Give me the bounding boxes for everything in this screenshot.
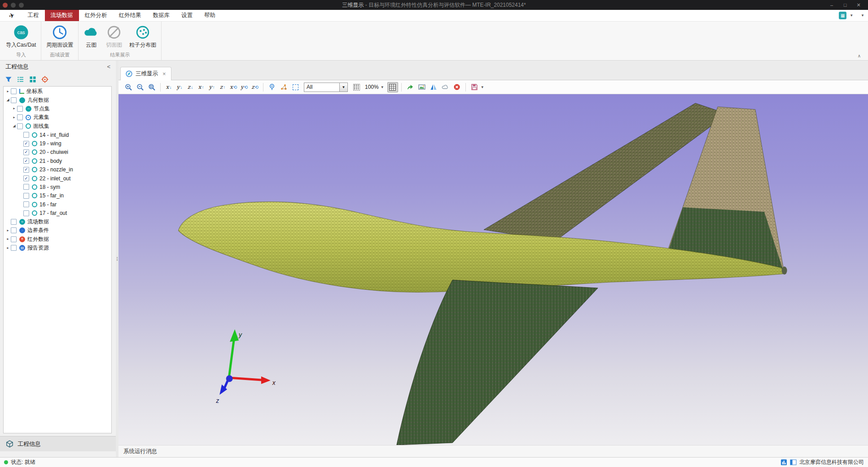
zoom-in-icon[interactable] [123,82,134,92]
menu-tab-4[interactable]: 数据库 [147,10,176,21]
tree-checkbox[interactable] [11,97,17,103]
tree-row-0[interactable]: ▸坐标系 [4,87,111,96]
tree-row-13[interactable]: 16 - far [4,200,111,209]
halftone-pattern-icon[interactable] [351,82,362,92]
zoom-fit-icon[interactable] [146,82,157,92]
ribbon-button-2-0[interactable]: 云图 [80,24,102,50]
save-dropdown-chevron-icon[interactable]: ▼ [481,85,484,89]
ribbon-button-1-0[interactable]: 周期面设置 [43,24,77,50]
tree-row-14[interactable]: 17 - far_out [4,209,111,217]
view-axis-x-6-icon[interactable]: x⟲ [228,82,238,92]
zoom-level-dropdown[interactable]: 100% ▼ [363,84,386,90]
tree-checkbox[interactable] [23,201,29,207]
tree-checkbox[interactable] [23,184,29,190]
tab-close-icon[interactable]: × [162,70,166,77]
tree-checkbox[interactable] [17,123,23,129]
tree-expand-icon[interactable]: ▸ [11,107,17,110]
view-axis-y-7-icon[interactable]: y⟲ [239,82,249,92]
view-axis-x-0-icon[interactable]: x↓ [164,82,174,92]
probe-pin-icon[interactable] [267,82,277,92]
project-info-tab[interactable]: 工程信息 [0,436,116,451]
chevron-down-icon[interactable]: ▼ [850,13,853,17]
appearance-icon[interactable]: ▦ [839,12,846,19]
tree-row-5[interactable]: 14 - int_fluid [4,131,111,139]
tree-checkbox[interactable] [11,219,17,225]
tree-expand-icon[interactable]: ◢ [11,124,17,128]
grid-view-icon[interactable] [29,76,36,83]
tree-checkbox[interactable] [11,227,17,233]
view-axis-y-1-icon[interactable]: y↓ [175,82,184,92]
tree-checkbox[interactable]: ✓ [23,175,29,181]
menu-tab-1[interactable]: 流场数据 [45,10,79,21]
ribbon-button-2-1[interactable]: 切面图 [102,24,126,50]
cancel-icon[interactable] [452,82,462,92]
tree-expand-icon[interactable]: ▸ [5,237,11,241]
status-chart-icon[interactable] [780,459,787,466]
menu-tab-6[interactable]: 帮助 [198,10,221,21]
tree-checkbox[interactable]: ✓ [23,158,29,164]
tree-expand-icon[interactable]: ▸ [5,246,11,250]
tree-row-4[interactable]: ◢面线集 [4,122,111,131]
menu-tab-3[interactable]: 红外结果 [113,10,147,21]
tree-checkbox[interactable] [17,106,23,112]
ribbon-button-2-2[interactable]: 粒子分布图 [126,24,160,50]
list-view-icon[interactable] [17,76,24,83]
maximize-icon[interactable]: □ [838,0,852,10]
locate-target-icon[interactable] [41,76,48,83]
mirror-icon[interactable] [428,82,439,92]
menu-tab-5[interactable]: 设置 [175,10,198,21]
box-select-icon[interactable] [290,82,301,92]
menu-tab-0[interactable]: 工程 [22,10,45,21]
ribbon-collapse-icon[interactable]: ∧ [858,53,861,58]
view-axis-z-8-icon[interactable]: z⟲ [250,82,260,92]
tree-row-6[interactable]: ✓19 - wing [4,139,111,148]
save-icon[interactable] [469,82,480,92]
tree-row-8[interactable]: ✓21 - body [4,157,111,165]
tree-checkbox[interactable] [23,132,29,138]
view-axis-z-5-icon[interactable]: z↑ [218,82,228,92]
tree-row-12[interactable]: 15 - far_in [4,192,111,200]
molecule-icon[interactable] [278,82,289,92]
combo-dropdown-icon[interactable]: ▼ [340,83,348,92]
minimize-icon[interactable]: – [825,0,838,10]
tree-checkbox[interactable] [23,210,29,216]
display-filter-combo[interactable]: All ▼ [304,83,348,92]
panel-collapse-icon[interactable]: < [107,63,110,70]
tree-expand-icon[interactable]: ▸ [5,229,11,232]
menu-tab-2[interactable]: 红外分析 [79,10,113,21]
tree-checkbox[interactable] [23,193,29,199]
status-panel-toggle-icon[interactable] [790,459,797,466]
tree-row-15[interactable]: ≈流场数据 [4,218,111,226]
tree-checkbox[interactable] [17,114,23,120]
tree-row-3[interactable]: ▸•元素集 [4,113,111,122]
tree-row-16[interactable]: ▸∙边界条件 [4,226,111,235]
tab-3d-display[interactable]: 三维显示 × [120,67,171,80]
filter-icon[interactable] [5,76,12,83]
tree-expand-icon[interactable]: ▸ [11,116,17,119]
display-filter-value[interactable]: All [304,83,340,92]
viewport-3d[interactable]: x y z [118,94,868,445]
tree-checkbox[interactable] [11,245,17,251]
ribbon-options-chevron-icon[interactable]: ▼ [861,13,864,17]
close-icon[interactable]: ✕ [852,0,865,10]
tree-row-11[interactable]: 18 - sym [4,183,111,191]
tree-expand-icon[interactable]: ▸ [5,90,11,93]
snapshot-image-icon[interactable] [416,82,427,92]
tree-expand-icon[interactable]: ◢ [5,98,11,102]
tree-checkbox[interactable]: ✓ [23,167,29,173]
view-axis-y-4-icon[interactable]: y↑ [207,82,217,92]
ribbon-button-0-0[interactable]: cas导入Cas/Dat [2,24,39,50]
export-arrow-icon[interactable] [405,82,416,92]
tree-row-1[interactable]: ◢几何数据 [4,96,111,104]
zoom-out-icon[interactable] [135,82,145,92]
tree-row-17[interactable]: ▸✳红外数据 [4,235,111,244]
view-axis-x-3-icon[interactable]: x↑ [196,82,206,92]
tree-row-2[interactable]: ▸–节点集 [4,105,111,113]
mesh-grid-toggle-icon[interactable] [387,82,398,92]
view-axis-z-2-icon[interactable]: z↓ [185,82,195,92]
smooth-cloud-icon[interactable] [440,82,451,92]
tree-checkbox[interactable]: ✓ [23,149,29,155]
tree-checkbox[interactable] [11,88,17,94]
tree-row-10[interactable]: ✓22 - inlet_out [4,174,111,183]
tree-row-18[interactable]: ▸▤报告资源 [4,244,111,252]
